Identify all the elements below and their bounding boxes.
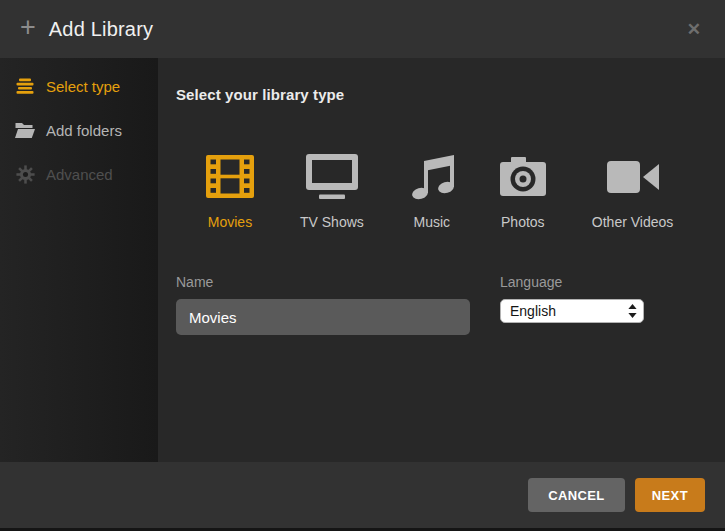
close-button[interactable]: ✕ <box>683 17 705 42</box>
gear-icon <box>15 165 35 184</box>
dialog-title: Add Library <box>49 18 153 41</box>
library-type-photos[interactable]: Photos <box>500 153 546 230</box>
dialog-body: Select type Add folders <box>0 58 725 462</box>
list-lines-icon <box>15 78 35 94</box>
sidebar: Select type Add folders <box>0 58 158 462</box>
content-heading: Select your library type <box>176 86 705 103</box>
library-type-movies[interactable]: Movies <box>206 153 254 230</box>
language-select[interactable]: English <box>500 299 644 323</box>
add-library-dialog: + Add Library ✕ Se <box>0 0 725 531</box>
music-note-icon <box>410 153 454 200</box>
language-field-label: Language <box>500 274 644 290</box>
library-type-label: Photos <box>501 214 545 230</box>
folder-icon <box>15 122 35 138</box>
sidebar-item-label: Advanced <box>46 166 113 183</box>
fields-row: Name Language English <box>176 274 705 335</box>
library-type-label: TV Shows <box>300 214 364 230</box>
language-field-block: Language English <box>500 274 644 335</box>
sidebar-item-advanced: Advanced <box>0 152 158 196</box>
name-field-block: Name <box>176 274 470 335</box>
close-icon: ✕ <box>687 20 701 39</box>
tv-icon <box>306 153 358 200</box>
library-type-row: Movies TV Shows <box>206 153 705 230</box>
sidebar-item-label: Select type <box>46 78 120 95</box>
plus-icon: + <box>20 14 36 41</box>
library-type-music[interactable]: Music <box>410 153 454 230</box>
sidebar-item-add-folders[interactable]: Add folders <box>0 108 158 152</box>
library-type-label: Music <box>414 214 451 230</box>
dialog-header: + Add Library ✕ <box>0 0 725 58</box>
film-strip-icon <box>206 153 254 200</box>
library-type-label: Movies <box>208 214 252 230</box>
video-camera-icon <box>607 153 659 200</box>
sidebar-item-label: Add folders <box>46 122 122 139</box>
next-button[interactable]: NEXT <box>635 478 705 512</box>
name-input[interactable] <box>176 299 470 335</box>
content-panel: Select your library type <box>158 58 725 462</box>
library-type-tv-shows[interactable]: TV Shows <box>300 153 364 230</box>
library-type-label: Other Videos <box>592 214 673 230</box>
dialog-footer: CANCEL NEXT <box>0 462 725 528</box>
camera-icon <box>500 153 546 200</box>
sidebar-item-select-type[interactable]: Select type <box>0 64 158 108</box>
cancel-button[interactable]: CANCEL <box>528 478 625 512</box>
name-field-label: Name <box>176 274 470 290</box>
library-type-other-videos[interactable]: Other Videos <box>592 153 673 230</box>
